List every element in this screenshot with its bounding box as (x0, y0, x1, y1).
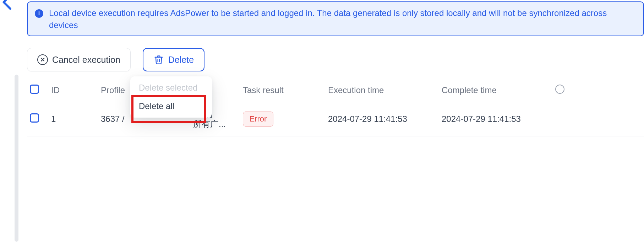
cancel-icon: ✕ (37, 54, 48, 65)
vertical-scrollbar[interactable] (15, 75, 18, 242)
delete-button[interactable]: Delete (143, 48, 204, 71)
table-row: 1 3637 / FB的 所有广... Error 2024-07-29 11:… (27, 102, 644, 136)
column-header-checkbox (27, 79, 48, 102)
info-banner-text: Local device execution requires AdsPower… (49, 8, 607, 30)
column-header-execution-time: Execution time (325, 79, 439, 102)
toolbar: ✕ Cancel execution Delete (27, 48, 204, 71)
menu-item-label: Delete all (139, 101, 174, 111)
cancel-execution-button[interactable]: ✕ Cancel execution (27, 48, 131, 71)
task-table: ID Profile cess Task result Execution ti… (27, 79, 644, 136)
cancel-execution-label: Cancel execution (52, 55, 120, 65)
cell-execution-time: 2024-07-29 11:41:53 (325, 102, 439, 136)
cell-extra (552, 102, 644, 136)
cell-task-result: Error (240, 102, 325, 136)
info-icon: i (35, 9, 43, 18)
cell-complete-time: 2024-07-29 11:41:53 (439, 102, 552, 136)
menu-item-delete-selected: Delete selected (130, 79, 212, 97)
column-header-id: ID (48, 79, 98, 102)
back-chevron-icon[interactable] (0, 0, 18, 12)
status-badge-error: Error (243, 112, 273, 126)
info-banner: i Local device execution requires AdsPow… (27, 1, 644, 36)
column-header-extra (552, 79, 644, 102)
menu-item-label: Delete selected (139, 83, 197, 92)
select-all-checkbox[interactable] (30, 85, 39, 94)
partial-circle-icon (555, 85, 564, 94)
delete-button-label: Delete (168, 55, 194, 65)
column-header-task-result: Task result (240, 79, 325, 102)
menu-item-delete-all[interactable]: Delete all (130, 97, 212, 115)
table-header-row: ID Profile cess Task result Execution ti… (27, 79, 644, 102)
column-header-complete-time: Complete time (439, 79, 552, 102)
cell-process-line2: 所有广... (193, 119, 237, 129)
row-checkbox[interactable] (30, 113, 39, 123)
delete-dropdown-menu: Delete selected Delete all (130, 76, 212, 118)
cell-id: 1 (48, 102, 98, 136)
trash-icon (153, 54, 164, 65)
